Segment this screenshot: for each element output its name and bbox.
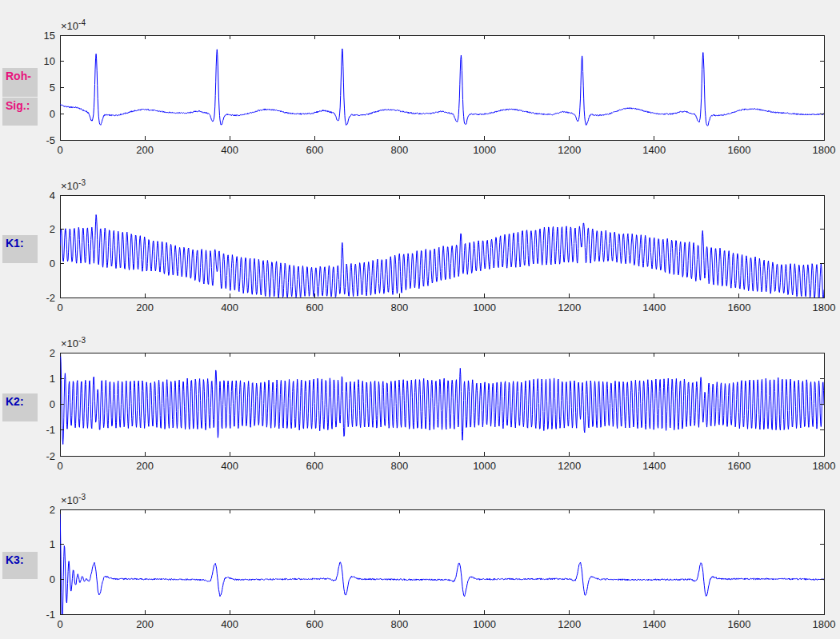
y-tick-label: 2 — [50, 223, 55, 235]
y-tick-label: 5 — [50, 82, 55, 94]
x-tick-label: 400 — [221, 618, 238, 630]
x-tick-label: 1800 — [813, 144, 836, 156]
axes-box — [60, 35, 824, 140]
x-tick-label: 1400 — [642, 460, 666, 472]
x-tick-label: 1400 — [642, 618, 666, 630]
x-tick-label: 600 — [306, 302, 323, 314]
x-tick-label: 1600 — [727, 302, 750, 314]
x-tick-label: 1200 — [558, 302, 581, 314]
x-tick-label: 1000 — [473, 144, 496, 156]
y-axis-exponent: ×10-3 — [61, 178, 86, 192]
x-tick-label: 200 — [136, 144, 154, 156]
x-tick-label: 1800 — [813, 460, 836, 472]
axes-box — [60, 353, 824, 456]
y-tick-label: 0 — [50, 398, 55, 410]
x-tick-label: 400 — [221, 460, 238, 472]
x-tick-label: 600 — [306, 144, 323, 156]
axes-box — [60, 509, 824, 614]
x-tick-label: 600 — [306, 460, 323, 472]
y-tick-label: 0 — [50, 573, 55, 585]
plot-k3: 020040060080010001200140016001800-1012×1… — [0, 490, 840, 639]
y-axis-exponent: ×10-3 — [61, 336, 86, 349]
y-tick-label: 4 — [50, 190, 55, 202]
y-tick-label: 10 — [44, 55, 55, 67]
x-tick-label: 600 — [306, 618, 323, 630]
y-tick-label: 0 — [50, 258, 55, 270]
x-tick-label: 800 — [391, 144, 409, 156]
x-tick-label: 800 — [391, 618, 409, 630]
y-tick-label: -1 — [46, 609, 55, 621]
x-tick-label: 1200 — [558, 618, 581, 630]
y-tick-label: 1 — [50, 373, 55, 385]
y-tick-label: 0 — [50, 108, 55, 120]
y-axis-exponent: ×10-4 — [61, 18, 86, 32]
x-tick-label: 1400 — [642, 302, 666, 314]
plot-k1: 020040060080010001200140016001800-2024×1… — [0, 176, 840, 333]
x-tick-label: 0 — [57, 144, 62, 156]
y-tick-label: -2 — [46, 292, 55, 304]
y-tick-label: -1 — [46, 424, 55, 436]
y-tick-label: 1 — [50, 538, 55, 550]
x-tick-label: 200 — [136, 618, 154, 630]
plot-roh-signal: 020040060080010001200140016001800-505101… — [0, 16, 840, 173]
x-tick-label: 0 — [57, 302, 62, 314]
x-tick-label: 400 — [221, 144, 238, 156]
y-tick-label: 2 — [50, 504, 55, 516]
matlab-figure-window: Roh- Sig.: K1: K2: K3: 02004006008001000… — [0, 0, 840, 639]
x-tick-label: 1000 — [473, 302, 496, 314]
x-tick-label: 0 — [57, 460, 62, 472]
y-tick-label: 2 — [50, 347, 55, 359]
x-tick-label: 1600 — [727, 460, 750, 472]
y-tick-label: 15 — [44, 30, 55, 42]
x-tick-label: 800 — [391, 460, 409, 472]
y-tick-label: -5 — [46, 134, 55, 146]
x-tick-label: 1200 — [558, 460, 581, 472]
x-tick-label: 1800 — [813, 302, 836, 314]
x-tick-label: 800 — [391, 302, 409, 314]
y-tick-label: -2 — [46, 450, 55, 462]
x-tick-label: 1000 — [473, 618, 496, 630]
x-tick-label: 200 — [136, 302, 154, 314]
x-tick-label: 400 — [221, 302, 238, 314]
plot-k2: 020040060080010001200140016001800-2-1012… — [0, 333, 840, 490]
x-tick-label: 1600 — [727, 618, 750, 630]
x-tick-label: 1200 — [558, 144, 581, 156]
x-tick-label: 0 — [57, 618, 62, 630]
x-tick-label: 1800 — [813, 618, 836, 630]
x-tick-label: 1600 — [727, 144, 750, 156]
x-tick-label: 1000 — [473, 460, 496, 472]
x-tick-label: 200 — [136, 460, 154, 472]
x-tick-label: 1400 — [642, 144, 666, 156]
y-axis-exponent: ×10-3 — [61, 493, 86, 506]
